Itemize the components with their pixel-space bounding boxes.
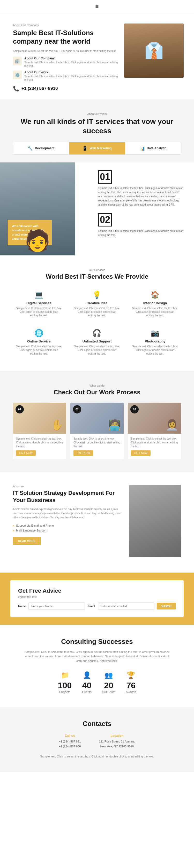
- phone-number: +1 (234) 567-8910: [22, 86, 58, 91]
- feature-2-text: Multi-Language Support: [16, 529, 46, 532]
- hero-feature-1: 🏢 About Our Company Sample text. Click t…: [13, 57, 119, 68]
- process-btn-1[interactable]: CALL NOW: [16, 451, 36, 456]
- email-label: Email: [87, 604, 95, 608]
- feature-1-bullet: ▸: [13, 524, 15, 527]
- about-work-label: About our Work: [13, 112, 181, 116]
- hero-content: About Our Company Sample Best IT-Solutio…: [13, 24, 119, 92]
- step-2: 02 Sample text. Click to select the text…: [98, 213, 184, 237]
- hero-title: Sample Best IT-Solutions company near th…: [13, 29, 119, 45]
- tab-development[interactable]: 🔧 Development: [13, 142, 69, 154]
- service-card-support: 🎧 Unlimited Support Sample text. Click t…: [71, 326, 123, 358]
- service-creative-desc: Sample text. Click to select the text bo…: [74, 307, 120, 317]
- hero-feature-1-text: About Our Company Sample text. Click to …: [24, 57, 119, 68]
- process-cards: 01 ✋ Sample text. Click to select the te…: [13, 403, 181, 459]
- meeting-photo-placeholder: 👔: [144, 41, 164, 60]
- it-feature-2: ▸ Multi-Language Support: [13, 528, 121, 533]
- contact-call: Call us +1 (234) 567-891 +1 (234) 567-65…: [59, 734, 81, 749]
- hero-feature-2-desc: Sample text. Click to select the text bo…: [24, 75, 119, 82]
- stat-team-num: 20: [102, 681, 115, 690]
- submit-button[interactable]: SUBMIT: [157, 603, 176, 610]
- service-digital-desc: Sample text. Click to select the text bo…: [16, 307, 62, 317]
- stats-row: 📁 100 Projects 👤 40 Clients 👥 20 Our Tea…: [13, 671, 181, 694]
- name-label: Name: [18, 604, 26, 608]
- hero-feature-1-title: About Our Company: [24, 57, 119, 60]
- advice-form: Name Email SUBMIT: [18, 602, 176, 610]
- contact-desc: Sample text. Click to select the text bo…: [32, 754, 162, 759]
- service-support-desc: Sample text. Click to select the text bo…: [74, 345, 120, 355]
- free-advice-title: Get Free Advice: [18, 588, 176, 594]
- service-online-desc: Sample text. Click to select the text bo…: [16, 345, 62, 355]
- person-photo-placeholder: 🧑: [25, 228, 51, 253]
- services-grid: 💻 Digital Services Sample text. Click to…: [13, 288, 181, 358]
- process-desc-3: Sample text. Click to select the text bo…: [131, 437, 178, 448]
- location-label: Location: [99, 734, 135, 738]
- feature-2-bullet: ▸: [13, 529, 15, 532]
- process-card-3: 03 👩‍💼 Sample text. Click to select the …: [128, 403, 181, 459]
- tab-web-marketing[interactable]: 📱 Web Marketing: [69, 142, 125, 154]
- data-analytic-icon: 📊: [140, 146, 145, 151]
- hero-photo: 👔: [124, 24, 184, 78]
- process-card-2: 02 🧑‍💻 Sample text. Click to select the …: [71, 403, 123, 459]
- awards-icon: 🏆: [126, 671, 136, 679]
- hamburger-icon[interactable]: ≡: [95, 3, 99, 10]
- process-label: What we do: [13, 384, 181, 387]
- contacts-title: Contacts: [13, 720, 181, 728]
- process-section: What we do Check Out Our Work Process 01…: [0, 371, 194, 472]
- step-1-text: Sample text. Click to select the text bo…: [98, 186, 184, 207]
- web-marketing-icon: 📱: [82, 146, 87, 151]
- it-solution-desc: Article evident arrived express highest …: [13, 507, 121, 520]
- services-title: World Best IT-Services We Provide: [13, 273, 181, 280]
- collab-right: 01 Sample text. Click to select the text…: [88, 162, 194, 255]
- stat-awards-num: 76: [126, 681, 136, 690]
- it-features-list: ▸ Support via E-mail and Phone ▸ Multi-L…: [13, 523, 121, 533]
- phone-row: 📞 +1 (234) 567-8910: [13, 86, 119, 92]
- team-icon: 👥: [102, 671, 115, 679]
- process-desc-1: Sample text. Click to select the text bo…: [16, 437, 63, 448]
- process-body-2: Sample text. Click to select the row. Cl…: [71, 434, 123, 459]
- hero-section: About Our Company Sample Best IT-Solutio…: [0, 13, 194, 99]
- stat-team: 👥 20 Our Team: [102, 671, 115, 694]
- service-card-interior: 🏠 Interior Design Sample text. Click to …: [129, 288, 181, 320]
- it-feature-1: ▸ Support via E-mail and Phone: [13, 523, 121, 528]
- name-input[interactable]: [28, 602, 85, 610]
- it-solution-left: About us IT Solution Strategy Developmen…: [13, 485, 121, 545]
- it-solution-section: About us IT Solution Strategy Developmen…: [0, 472, 194, 572]
- email-input[interactable]: [98, 602, 154, 610]
- services-label: Our Services: [13, 268, 181, 272]
- free-advice-inner: Get Free Advice editing the text. Name E…: [10, 580, 184, 617]
- it-solution-photo: [129, 485, 181, 557]
- stat-clients: 👤 40 Clients: [82, 671, 91, 694]
- process-card-1: 01 ✋ Sample text. Click to select the te…: [13, 403, 66, 459]
- stat-awards: 🏆 76 Awards: [126, 671, 136, 694]
- service-digital-title: Digital Services: [16, 301, 62, 305]
- projects-icon: 📁: [58, 671, 72, 679]
- process-num-3: 03: [130, 405, 139, 413]
- stat-projects-num: 100: [58, 681, 72, 690]
- development-icon: 🔧: [28, 146, 33, 151]
- address1: 121 Rock Street, 21 Avenue,: [99, 739, 135, 744]
- process-btn-3[interactable]: CALL NOW: [131, 451, 150, 456]
- photography-icon: 📷: [132, 329, 178, 337]
- process-num-2: 02: [73, 405, 81, 413]
- collab-left: 🧑 We collaborate with brands and agencie…: [0, 162, 88, 255]
- process-desc-2: Sample text. Click to select the row. Cl…: [74, 437, 120, 448]
- phone1: +1 (234) 567-891: [59, 739, 81, 744]
- service-photo-desc: Sample text. Click to select the text bo…: [132, 345, 178, 355]
- process-btn-2[interactable]: CALL NOW: [74, 451, 93, 456]
- collab-section: 🧑 We collaborate with brands and agencie…: [0, 162, 194, 255]
- clients-icon: 👤: [82, 671, 91, 679]
- service-tabs: 🔧 Development 📱 Web Marketing 📊 Data Ana…: [13, 142, 181, 155]
- consulting-section: Consulting Successes Sample text. Click …: [0, 625, 194, 707]
- consulting-title: Consulting Successes: [13, 638, 181, 646]
- hero-feature-1-desc: Sample text. Click to select the text bo…: [24, 61, 119, 68]
- tab-web-marketing-label: Web Marketing: [89, 147, 111, 150]
- read-more-button[interactable]: READ MORE: [13, 537, 40, 545]
- contact-info-row: Call us +1 (234) 567-891 +1 (234) 567-65…: [13, 734, 181, 749]
- service-card-digital: 💻 Digital Services Sample text. Click to…: [13, 288, 65, 320]
- process-img-2-placeholder: 🧑‍💻: [108, 419, 121, 431]
- about-work-title: We run all kinds of IT services that vow…: [13, 117, 181, 136]
- service-card-photo: 📷 Photography Sample text. Click to sele…: [129, 326, 181, 358]
- phone2: +1 (234) 567-656: [59, 744, 81, 749]
- service-photo-title: Photography: [132, 339, 178, 343]
- tab-data-analytic[interactable]: 📊 Data Analytic: [125, 142, 181, 154]
